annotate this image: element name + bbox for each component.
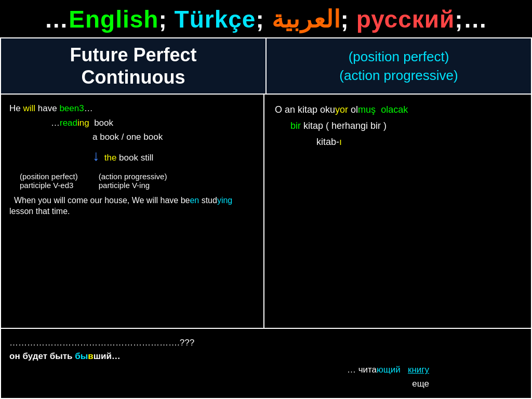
example-ying: ying	[217, 196, 232, 205]
arrow-icon: ↓	[92, 145, 100, 167]
right-mus: muş	[358, 104, 376, 115]
right-olacak: olacak	[381, 104, 408, 115]
act-label-group: (action progressive) participle V-ing	[99, 172, 167, 190]
page-container: …English; Türkçe; العربية; русский;… Fut…	[0, 0, 532, 399]
header-section: …English; Türkçe; العربية; русский;…	[0, 0, 532, 37]
position-perfect-label: (position perfect)	[20, 172, 78, 181]
right-line-3: kitab-ı	[316, 134, 521, 150]
right-yor: yor	[335, 104, 348, 115]
line-reading: …reading book	[51, 116, 255, 130]
word-ing: ing	[77, 118, 89, 128]
right-i: ı	[339, 137, 342, 147]
left-panel: He will have been3… …reading book a book…	[1, 95, 264, 327]
bottom-dots-line: ………………………………………………….???	[9, 336, 523, 350]
example-sentence-2: lesson that time.	[9, 205, 255, 218]
line-he-will: He will have been3…	[9, 102, 255, 115]
main-content: He will have been3… …reading book a book…	[0, 95, 532, 399]
right-panel: O an kitap okuyor olmuş olacak bir kitap…	[264, 95, 531, 327]
bottom-line-3: … читающий книгу	[9, 363, 523, 377]
header-sep3: ;	[341, 6, 349, 33]
bottom-line-4: еще	[9, 377, 523, 391]
participle-v-ing-label: participle V-ing	[99, 181, 167, 190]
title-section: Future PerfectContinuous (position perfe…	[0, 37, 532, 95]
title-left-panel: Future PerfectContinuous	[1, 38, 267, 94]
line-the-book: ↓ the book still	[92, 145, 255, 167]
header-end: ;…	[455, 6, 487, 33]
header-arabic: العربية	[272, 6, 341, 33]
right-bir: bir	[290, 121, 301, 131]
participle-v-ed3-label: participle V-ed3	[20, 181, 78, 190]
title-right-panel: (position perfect)(action progressive)	[267, 38, 531, 94]
title-subtitle: (position perfect)(action progressive)	[339, 47, 458, 85]
example-en: en	[190, 196, 199, 205]
bottom-byv: бы	[75, 351, 88, 361]
word-read: read	[60, 118, 77, 128]
example-sentence: When you will come our house, We will ha…	[9, 196, 255, 205]
line-a-book: a book / one book	[92, 130, 255, 144]
header-english: English	[69, 6, 158, 33]
bottom-line-2: он будет быть бывший…	[9, 350, 523, 363]
header-sep2: ;	[256, 6, 271, 33]
header-turkce: Türkçe	[175, 6, 256, 33]
bottom-yuschiy: ющий	[377, 365, 401, 375]
header-dots: …	[44, 6, 69, 33]
right-line-2: bir kitap ( herhangi bir )	[290, 118, 521, 134]
header-title: …English; Türkçe; العربية; русский;…	[4, 5, 528, 33]
header-sep1: ;	[158, 6, 174, 33]
bottom-panel: ………………………………………………….??? он будет быть бы…	[1, 329, 531, 398]
action-progressive-label: (action progressive)	[99, 172, 167, 181]
bottom-shiy: ший	[94, 351, 112, 361]
bottom-knigu: книгу	[408, 365, 429, 375]
header-russian: русский	[349, 6, 455, 33]
pos-label-group: (position perfect) participle V-ed3	[20, 172, 78, 190]
word-will: will	[23, 103, 35, 113]
right-line-1: O an kitap okuyor olmuş olacak	[275, 102, 521, 118]
content-top-row: He will have been3… …reading book a book…	[1, 95, 531, 328]
word-been: been3	[59, 103, 84, 113]
title-main: Future PerfectContinuous	[70, 44, 196, 88]
bottom-v: в	[88, 351, 93, 361]
word-the: the	[102, 153, 116, 163]
